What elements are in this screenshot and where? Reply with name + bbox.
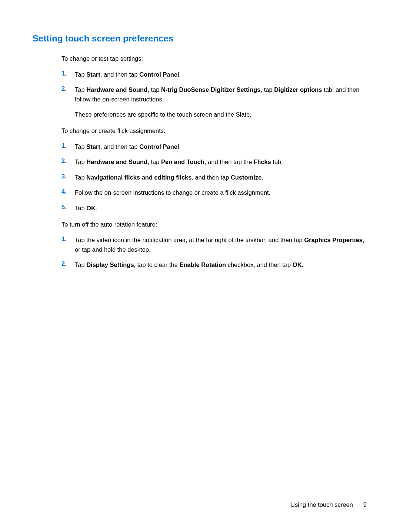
list-item: 4. Follow the on-screen instructions to … [61,188,367,198]
bold-text: Customize [231,174,261,181]
text-span: , tap [147,86,161,93]
list-number: 4. [61,188,75,198]
ordered-list-1: 1. Tap Start, and then tap Control Panel… [61,70,367,120]
bold-text: Navigational flicks and editing flicks [86,174,191,181]
list-text: Tap Start, and then tap Control Panel. [75,142,367,152]
list-item: 1. Tap the video icon in the notificatio… [61,235,367,254]
text-span: . [302,261,304,268]
bold-text: N-trig DuoSense Digitizer Settings [161,86,261,93]
list-number: 2. [61,157,75,167]
text-span: Tap [75,261,86,268]
text-span: checkbox, and then tap [226,261,293,268]
bold-text: Display Settings [86,261,134,268]
page-number: 9 [363,501,367,508]
list-number: 3. [61,173,75,183]
footer-text: Using the touch screen [290,501,353,508]
content-block: To change or test tap settings: 1. Tap S… [61,54,367,270]
page-content: Setting touch screen preferences To chan… [0,0,400,270]
bold-text: OK [293,261,302,268]
text-span: , and then tap [100,71,140,78]
text-span: Tap [75,143,86,150]
list-number: 5. [61,204,75,213]
intro-text-3: To turn off the auto-rotation feature: [61,220,367,229]
list-text: Tap Start, and then tap Control Panel. [75,70,367,80]
bold-text: OK [86,205,96,211]
text-span: . [96,205,97,211]
list-item: 2. Tap Hardware and Sound, tap N-trig Du… [61,85,367,120]
text-span: Tap the video icon in the notification a… [75,237,304,243]
bold-text: Start [86,143,100,150]
ordered-list-3: 1. Tap the video icon in the notificatio… [61,235,367,270]
list-text: Tap the video icon in the notification a… [75,235,367,254]
bold-text: Graphics Properties [304,237,363,243]
list-text: Follow the on-screen instructions to cha… [75,188,367,198]
bold-text: Start [86,71,100,78]
bold-text: Enable Rotation [179,261,226,268]
list-item: 3. Tap Navigational flicks and editing f… [61,173,367,183]
list-number: 1. [61,142,75,152]
text-span: , and then tap [191,174,231,181]
list-number: 2. [61,260,75,270]
text-span: , and then tap [100,143,140,150]
list-item: 2. Tap Display Settings, tap to clear th… [61,260,367,270]
text-span: Follow the on-screen instructions to cha… [75,189,270,196]
ordered-list-2: 1. Tap Start, and then tap Control Panel… [61,142,367,213]
section-heading: Setting touch screen preferences [33,33,367,44]
text-span: Tap [75,71,86,78]
list-item: 1. Tap Start, and then tap Control Panel… [61,70,367,80]
bold-text: Flicks [254,158,271,165]
text-span: , tap to clear the [134,261,180,268]
bold-text: Hardware and Sound [86,158,147,165]
text-span: . [261,174,263,181]
list-number: 1. [61,235,75,254]
note-text: These preferences are specific to the to… [75,110,367,120]
bold-text: Pen and Touch [161,158,204,165]
text-span: , and then tap the [204,158,254,165]
list-item: 2. Tap Hardware and Sound, tap Pen and T… [61,157,367,167]
list-item: 5. Tap OK. [61,204,367,213]
list-text: Tap Hardware and Sound, tap Pen and Touc… [75,157,367,167]
text-span: Tap [75,205,86,211]
intro-text-1: To change or test tap settings: [61,54,367,63]
list-number: 2. [61,85,75,120]
list-item: 1. Tap Start, and then tap Control Panel… [61,142,367,152]
page-footer: Using the touch screen9 [290,501,367,508]
text-span: Tap [75,158,86,165]
intro-text-2: To change or create flick assignments: [61,126,367,135]
text-span: , tap [147,158,161,165]
text-span: Tap [75,174,86,181]
text-span: . [179,143,181,150]
bold-text: Control Panel [139,143,179,150]
list-text: Tap OK. [75,204,367,213]
bold-text: Control Panel [139,71,179,78]
list-text: Tap Display Settings, tap to clear the E… [75,260,367,270]
bold-text: Digitizer options [274,86,322,93]
text-span: Tap [75,86,86,93]
list-text: Tap Navigational flicks and editing flic… [75,173,367,183]
text-span: tab. [271,158,283,165]
bold-text: Hardware and Sound [86,86,147,93]
text-span: . [179,71,181,78]
list-text: Tap Hardware and Sound, tap N-trig DuoSe… [75,85,367,120]
text-span: , tap [261,86,274,93]
list-number: 1. [61,70,75,80]
